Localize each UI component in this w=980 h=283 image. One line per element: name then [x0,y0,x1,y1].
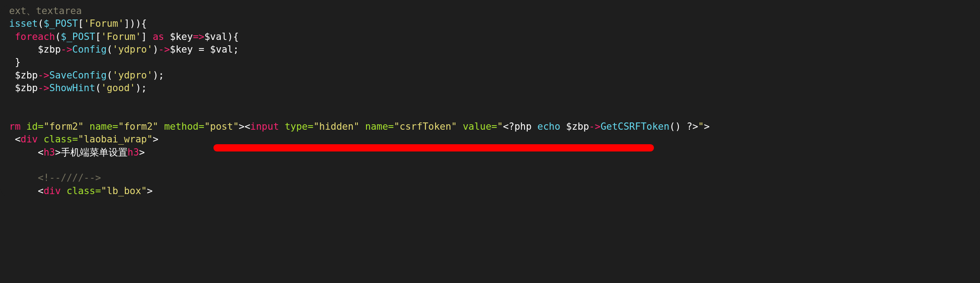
code-line: } [0,56,980,68]
code-line: $zbp->ShowHint('good'); [0,82,980,94]
comment-text: ext、textarea [9,5,82,16]
code-line [0,107,980,120]
code-line: $zbp->SaveConfig('ydpro'); [0,69,980,82]
code-line [0,94,980,107]
code-line: <div class="lb_box"> [0,185,980,197]
annotation-underline [213,144,654,151]
code-line-form: rm id="form2" name="form2" method="post"… [0,120,980,133]
code-line: isset($_POST['Forum'])){ [0,17,980,30]
code-editor-panel: ext、textarea isset($_POST['Forum'])){ fo… [0,5,980,197]
code-line: ext、textarea [0,5,980,17]
code-line: $zbp->Config('ydpro')->$key = $val; [0,43,980,56]
code-line: foreach($_POST['Forum'] as $key=>$val){ [0,30,980,43]
code-line [0,159,980,171]
code-line: <!--////--> [0,171,980,184]
